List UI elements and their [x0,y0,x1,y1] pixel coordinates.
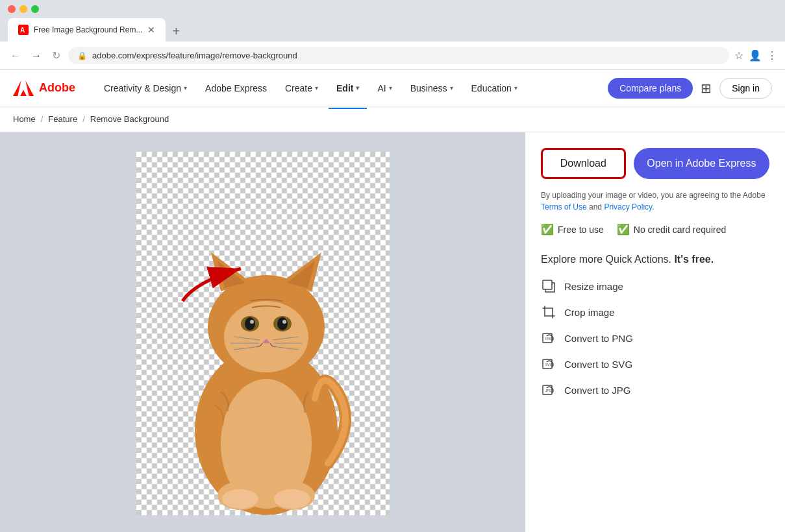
compare-plans-button[interactable]: Compare plans [608,78,693,99]
main-content: Download Open in Adobe Express By upload… [0,132,785,532]
tab-close-button[interactable]: ✕ [147,25,155,35]
no-credit-card-badge: ✅ No credit card required [617,223,726,236]
svg-point-26 [222,489,258,509]
resize-icon [541,278,556,294]
chevron-down-icon: ▾ [450,84,453,91]
svg-rect-29 [543,280,552,289]
nav-item-ai[interactable]: AI ▾ [369,78,399,99]
svg-text:A: A [20,27,25,34]
svg-point-13 [245,317,255,330]
svg-text:PNG: PNG [545,337,553,341]
free-to-use-badge: ✅ Free to use [541,223,604,236]
address-text: adobe.com/express/feature/image/remove-b… [92,51,720,60]
active-tab[interactable]: A Free Image Background Rem... ✕ [8,18,166,42]
explore-section: Explore more Quick Actions. It's free. R… [541,254,769,398]
nav-right: Compare plans ⊞ Sign in [608,78,772,99]
adobe-navigation: Adobe Creativity & Design ▾ Adobe Expres… [0,70,785,106]
svg-point-14 [277,317,288,330]
breadcrumb-home[interactable]: Home [13,114,36,124]
nav-item-adobe-express[interactable]: Adobe Express [197,78,275,99]
svg-point-15 [250,320,254,324]
nav-item-education[interactable]: Education ▾ [464,78,525,99]
quick-actions-list: Resize image Crop image PNG Convert to P… [541,278,769,398]
traffic-lights [8,5,777,13]
right-panel: Download Open in Adobe Express By upload… [525,132,785,532]
svg-point-16 [282,320,286,324]
chevron-down-icon: ▾ [184,84,187,91]
privacy-policy-link[interactable]: Privacy Policy [604,202,652,212]
explore-title: Explore more Quick Actions. It's free. [541,254,769,265]
badges: ✅ Free to use ✅ No credit card required [541,223,769,236]
toolbar-icons: ☆ 👤 ⋮ [734,49,777,62]
browser-chrome: A Free Image Background Rem... ✕ + [0,0,785,42]
browser-toolbar: ← → ↻ 🔒 adobe.com/express/feature/image/… [0,42,785,70]
new-tab-button[interactable]: + [167,21,185,42]
chevron-down-icon: ▾ [315,84,318,91]
breadcrumb: Home / Feature / Remove Background [0,106,785,132]
nav-item-create[interactable]: Create ▾ [277,78,326,99]
nav-back-button[interactable]: ← [8,47,23,64]
svg-point-10 [224,301,308,372]
nav-refresh-button[interactable]: ↻ [49,47,63,64]
adobe-logo[interactable]: Adobe [13,78,75,99]
svg-text:SVG: SVG [545,363,553,367]
convert-svg-icon: SVG [541,356,556,372]
svg-point-27 [274,489,310,509]
breadcrumb-feature[interactable]: Feature [48,114,77,124]
tab-title: Free Image Background Rem... [34,25,142,34]
adobe-wordmark: Adobe [39,81,75,95]
breadcrumb-current: Remove Background [90,114,169,124]
chevron-down-icon: ▾ [389,84,392,91]
image-panel [0,132,525,532]
nav-item-edit[interactable]: Edit ▾ [329,78,367,99]
quick-action-resize[interactable]: Resize image [541,278,769,294]
traffic-light-yellow[interactable] [19,5,27,13]
download-button[interactable]: Download [541,148,626,179]
check-circle-icon: ✅ [541,223,554,236]
chevron-down-icon: ▾ [514,84,517,91]
traffic-light-green[interactable] [31,5,39,13]
convert-png-icon: PNG [541,330,556,346]
convert-jpg-icon: JPG [541,382,556,398]
breadcrumb-separator: / [41,114,44,124]
profile-icon[interactable]: 👤 [749,49,762,62]
quick-action-convert-svg[interactable]: SVG Convert to SVG [541,356,769,372]
canvas-area [136,152,390,515]
nav-item-business[interactable]: Business ▾ [403,78,461,99]
action-buttons: Download Open in Adobe Express [541,148,769,179]
open-express-button[interactable]: Open in Adobe Express [634,148,769,179]
address-bar[interactable]: 🔒 adobe.com/express/feature/image/remove… [68,47,729,64]
favorites-icon[interactable]: ☆ [734,49,743,62]
quick-action-convert-jpg[interactable]: JPG Convert to JPG [541,382,769,398]
crop-icon [541,304,556,320]
svg-text:JPG: JPG [545,389,552,393]
apps-grid-icon[interactable]: ⊞ [701,80,712,96]
check-circle-icon: ✅ [617,223,630,236]
more-icon[interactable]: ⋮ [767,49,777,62]
nav-item-creativity[interactable]: Creativity & Design ▾ [96,78,195,99]
chevron-down-icon: ▾ [356,84,359,91]
traffic-light-red[interactable] [8,5,16,13]
tab-bar: A Free Image Background Rem... ✕ + [8,18,777,42]
sign-in-button[interactable]: Sign in [719,78,772,99]
breadcrumb-separator: / [82,114,85,124]
nav-forward-button[interactable]: → [29,47,44,64]
cat-image [136,152,390,515]
tab-favicon: A [18,25,29,35]
terms-text: By uploading your image or video, you ar… [541,189,769,213]
nav-items: Creativity & Design ▾ Adobe Express Crea… [96,78,592,99]
terms-of-use-link[interactable]: Terms of Use [541,202,587,212]
quick-action-crop[interactable]: Crop image [541,304,769,320]
quick-action-convert-png[interactable]: PNG Convert to PNG [541,330,769,346]
